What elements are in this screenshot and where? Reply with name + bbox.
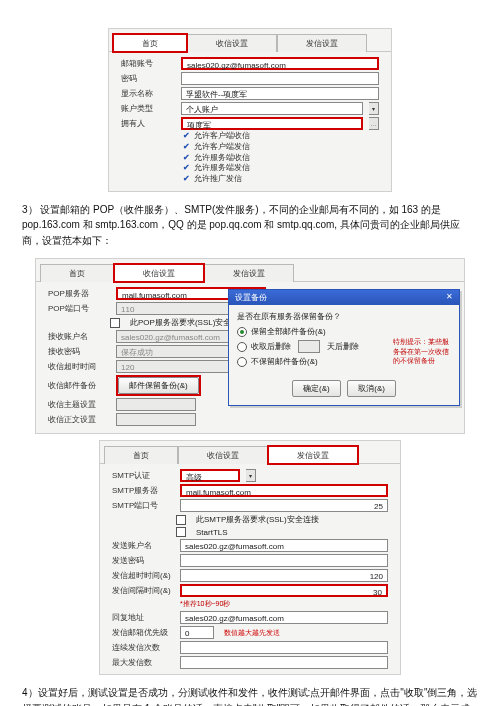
dialog-ok-button[interactable]: 确定(&): [292, 380, 341, 397]
instruction-step-3: 3） 设置邮箱的 POP（收件服务）、SMTP(发件服务)，不同的企业邮局有不同…: [22, 202, 478, 249]
radio-delete-after[interactable]: [237, 342, 247, 352]
backup-dialog: 设置备份 ✕ 是否在原有服务器保留备份？ 保留全部邮件备份(&) 收取后删除 天…: [228, 289, 460, 406]
label-reply-address: 回复地址: [112, 612, 174, 623]
tab-send[interactable]: 发信设置: [268, 446, 358, 464]
tab-send[interactable]: 发信设置: [277, 34, 367, 52]
label-send-interval: 发信间隔时间(&): [112, 585, 174, 596]
owner-input[interactable]: 项度军: [181, 117, 363, 130]
interval-tip: *推荐10秒~90秒: [180, 599, 230, 609]
consecutive-count-input[interactable]: [180, 641, 388, 654]
label-pop-port: POP端口号: [48, 303, 110, 314]
tab-receive[interactable]: 收信设置: [114, 264, 204, 282]
starttls-checkbox[interactable]: [176, 527, 186, 537]
tab-receive[interactable]: 收信设置: [178, 446, 268, 464]
dialog-title: 设置备份: [235, 292, 267, 303]
backup-button-outline: 邮件保留备份(&): [116, 375, 201, 396]
send-password-input[interactable]: [180, 554, 388, 567]
smtp-settings-panel: 首页 收信设置 发信设置 SMTP认证 高级 ▾ SMTP服务器 mail.fu…: [99, 440, 401, 675]
label-consecutive-count: 连续发信次数: [112, 642, 174, 653]
label-body-filter: 收信正文设置: [48, 414, 110, 425]
search-icon[interactable]: …: [369, 117, 379, 130]
tab-send[interactable]: 发信设置: [204, 264, 294, 282]
send-interval-input[interactable]: 30: [180, 584, 388, 597]
label-smtp-server: SMTP服务器: [112, 485, 174, 496]
dialog-cancel-button[interactable]: 取消(&): [347, 380, 396, 397]
pop-ssl-checkbox[interactable]: [110, 318, 120, 328]
label-send-timeout: 发信超时时间(&): [112, 570, 174, 581]
radio-no-backup-label: 不保留邮件备份(&): [251, 356, 318, 367]
reply-address-input[interactable]: sales020.gz@fumasoft.com: [180, 611, 388, 624]
label-password: 密码: [121, 73, 175, 84]
perm-server-recv: ✔允许服务端收信: [113, 153, 387, 164]
password-input[interactable]: [181, 72, 379, 85]
smtp-auth-select[interactable]: 高级: [180, 469, 240, 482]
radio-delete-after-suffix: 天后删除: [327, 341, 359, 352]
dialog-warning: 特别提示：某些服务器在第一次收信的不保留备份: [393, 337, 453, 364]
send-account-input[interactable]: sales020.gz@fumasoft.com: [180, 539, 388, 552]
label-subject-filter: 收信主题设置: [48, 399, 110, 410]
priority-tip: 数值越大越先发送: [224, 628, 280, 638]
priority-input[interactable]: 0: [180, 626, 214, 639]
label-starttls: StartTLS: [196, 528, 228, 537]
tab-home[interactable]: 首页: [113, 34, 187, 52]
tab-receive[interactable]: 收信设置: [187, 34, 277, 52]
pop-settings-panel: 首页 收信设置 发信设置 POP服务器 mail.fumasoft.com PO…: [35, 258, 465, 434]
perm-server-send: ✔允许服务端发信: [113, 163, 387, 174]
perm-client-send: ✔允许客户端发信: [113, 142, 387, 153]
radio-delete-after-label: 收取后删除: [251, 341, 291, 352]
label-backup: 收信邮件备份: [48, 380, 110, 391]
smtp-ssl-checkbox[interactable]: [176, 515, 186, 525]
label-account: 邮箱账号: [121, 58, 175, 69]
tabs: 首页 收信设置 发信设置: [109, 29, 391, 52]
label-smtp-ssl: 此SMTP服务器要求(SSL)安全连接: [196, 514, 319, 525]
label-pop-server: POP服务器: [48, 288, 110, 299]
tabs-p2: 首页 收信设置 发信设置: [36, 259, 464, 282]
chevron-down-icon[interactable]: ▾: [246, 469, 256, 482]
radio-keep-all-label: 保留全部邮件备份(&): [251, 326, 326, 337]
account-type-select[interactable]: 个人账户: [181, 102, 363, 115]
chevron-down-icon[interactable]: ▾: [369, 102, 379, 115]
label-recv-timeout: 收信超时时间: [48, 361, 110, 372]
body-filter-input[interactable]: [116, 413, 196, 426]
label-max-count: 最大发信数: [112, 657, 174, 668]
label-send-password: 发送密码: [112, 555, 174, 566]
backup-settings-button[interactable]: 邮件保留备份(&): [118, 377, 199, 394]
label-send-account: 发送账户名: [112, 540, 174, 551]
label-recv-password: 接收密码: [48, 346, 110, 357]
perm-promo-send: ✔允许推广发信: [113, 174, 387, 185]
tab-home[interactable]: 首页: [104, 446, 178, 464]
tabs-p3: 首页 收信设置 发信设置: [100, 441, 400, 464]
perm-client-recv: ✔允许客户端收信: [113, 131, 387, 142]
delete-days-input[interactable]: [298, 340, 320, 353]
radio-keep-all[interactable]: [237, 327, 247, 337]
close-icon[interactable]: ✕: [446, 292, 453, 303]
radio-no-backup[interactable]: [237, 357, 247, 367]
label-smtp-port: SMTP端口号: [112, 500, 174, 511]
label-owner: 拥有人: [121, 118, 175, 129]
label-recv-account: 接收账户名: [48, 331, 110, 342]
smtp-server-input[interactable]: mail.fumasoft.com: [180, 484, 388, 497]
label-account-type: 账户类型: [121, 103, 175, 114]
max-count-input[interactable]: [180, 656, 388, 669]
display-name-input[interactable]: 孚盟软件--项度军: [181, 87, 379, 100]
label-smtp-auth: SMTP认证: [112, 470, 174, 481]
instruction-step-4: 4）设置好后，测试设置是否成功，分测试收件和发件，收件测试:点开邮件界面，点击"…: [22, 685, 478, 706]
smtp-port-input[interactable]: 25: [180, 499, 388, 512]
account-input[interactable]: sales020.gz@fumasoft.com: [181, 57, 379, 70]
subject-filter-input[interactable]: [116, 398, 196, 411]
tab-home[interactable]: 首页: [40, 264, 114, 282]
send-timeout-input[interactable]: 120: [180, 569, 388, 582]
label-priority: 发信邮箱优先级: [112, 627, 174, 638]
dialog-question: 是否在原有服务器保留备份？: [237, 311, 451, 322]
label-display-name: 显示名称: [121, 88, 175, 99]
account-basic-panel: 首页 收信设置 发信设置 邮箱账号 sales020.gz@fumasoft.c…: [108, 28, 392, 192]
